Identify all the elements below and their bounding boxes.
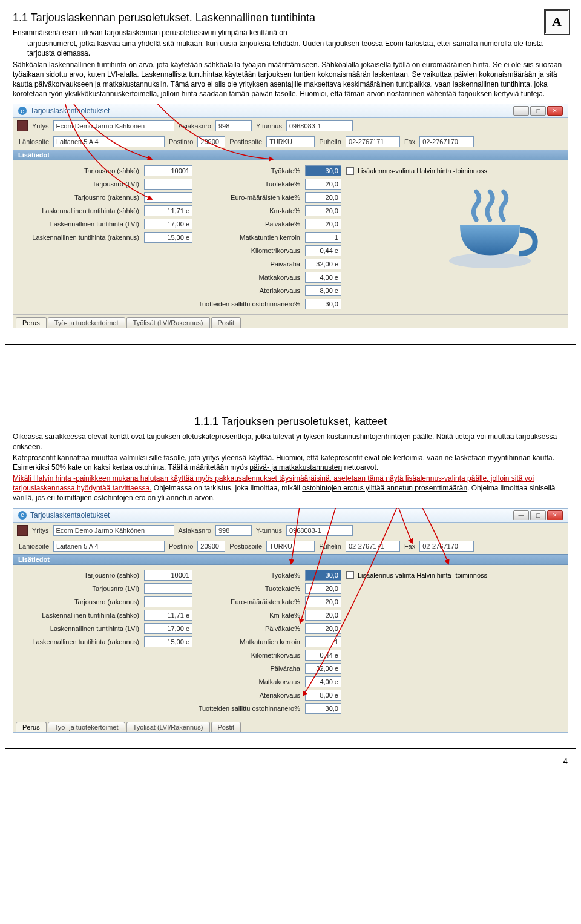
tab-perus[interactable]: Perus <box>16 317 47 328</box>
lahiosoite-input[interactable]: Laitanen 5 A 4 <box>53 136 165 147</box>
left-label: Laskennallinen tuntihinta (rakennus) <box>18 638 139 645</box>
postinro-input[interactable]: 20900 <box>197 541 225 552</box>
right-input[interactable]: 30,0 <box>305 299 341 309</box>
right-input[interactable]: 30,0 <box>305 570 341 581</box>
right-input[interactable]: 20,0 <box>305 610 341 621</box>
postinro-input[interactable]: 20900 <box>197 136 225 147</box>
yritys-input[interactable]: Ecom Demo Jarmo Kähkönen <box>53 120 174 131</box>
checkbox-icon[interactable] <box>346 571 354 579</box>
right-input[interactable]: 4,00 e <box>305 272 341 283</box>
right-input[interactable]: 30,0 <box>305 165 341 176</box>
app-titlebar: e Tarjouslaskentaoletukset — ▢ ✕ <box>13 508 568 522</box>
app-title-text: Tarjouslaskentaoletukset <box>30 511 110 520</box>
app-title-text: Tarjouslaskentaoletukset <box>30 107 110 115</box>
right-input[interactable]: 20,0 <box>305 583 341 594</box>
right-label: Tuotekate% <box>197 585 300 592</box>
left-input[interactable]: 11,71 e <box>144 205 192 216</box>
left-input[interactable] <box>144 583 192 594</box>
postiosoite-input[interactable]: TURKU <box>266 136 315 147</box>
right-input[interactable]: 32,00 e <box>305 259 341 269</box>
left-input[interactable]: 15,00 e <box>144 636 192 647</box>
right-input[interactable]: 20,0 <box>305 623 341 634</box>
minimize-button[interactable]: — <box>513 510 529 520</box>
tab-postit[interactable]: Postit <box>211 317 241 328</box>
right-input[interactable]: 1 <box>305 232 341 243</box>
right-input[interactable]: 20,0 <box>305 192 341 203</box>
minimize-button[interactable]: — <box>513 106 529 116</box>
tab-perus[interactable]: Perus <box>16 722 47 732</box>
close-button[interactable]: ✕ <box>547 510 563 520</box>
yritys-input[interactable]: Ecom Demo Jarmo Kähkönen <box>53 525 174 536</box>
asiakasnro-input[interactable]: 998 <box>215 120 252 131</box>
puhelin-input[interactable]: 02-2767171 <box>346 541 400 552</box>
left-input[interactable]: 17,00 e <box>144 623 192 634</box>
right-label: Matkatuntien kerroin <box>197 234 300 241</box>
right-label: Matkakorvaus <box>197 678 300 685</box>
right-input[interactable]: 32,00 e <box>305 663 341 674</box>
right-label: Päiväraha <box>197 665 300 672</box>
close-button[interactable]: ✕ <box>547 106 563 116</box>
tab-postit[interactable]: Postit <box>211 722 241 732</box>
right-input[interactable]: 0,44 e <box>305 650 341 661</box>
left-input[interactable]: 10001 <box>144 165 192 176</box>
right-input[interactable]: 20,0 <box>305 219 341 229</box>
right-label: Työkate% <box>197 572 300 579</box>
right-input[interactable]: 0,44 e <box>305 245 341 256</box>
left-label: Tarjousnro (rakennus) <box>18 598 139 606</box>
app-screenshot-1: e Tarjouslaskentaoletukset — ▢ ✕ Yritys … <box>13 104 568 328</box>
postiosoite-input[interactable]: TURKU <box>266 541 315 552</box>
fax-label: Fax <box>402 138 417 145</box>
checkbox-icon[interactable] <box>346 167 354 175</box>
tab-tyolisat[interactable]: Työlisät (LVI/Rakennus) <box>126 722 210 732</box>
right-input[interactable]: 20,0 <box>305 205 341 216</box>
right-label: Matkakorvaus <box>197 274 300 281</box>
puhelin-input[interactable]: 02-2767171 <box>346 136 400 147</box>
right-input[interactable]: 20,0 <box>305 596 341 607</box>
toolbar-square-icon[interactable] <box>17 525 28 536</box>
lahiosoite-input[interactable]: Laitanen 5 A 4 <box>53 541 165 552</box>
toolbar-square-icon[interactable] <box>17 120 28 131</box>
right-input[interactable]: 30,0 <box>305 703 341 714</box>
right-input[interactable]: 4,00 e <box>305 676 341 687</box>
postiosoite-label: Postiosoite <box>228 138 264 145</box>
left-input[interactable] <box>144 192 192 203</box>
right-input[interactable]: 1 <box>305 636 341 647</box>
tab-tyo[interactable]: Työ- ja tuotekertoimet <box>48 722 125 732</box>
s1-p2c: Huomioi, että tämän arvon nostaminen väh… <box>300 90 545 98</box>
badge-a-text: A <box>552 14 562 30</box>
right-input[interactable]: 8,00 e <box>305 285 341 296</box>
maximize-button[interactable]: ▢ <box>530 106 546 116</box>
left-input[interactable] <box>144 179 192 190</box>
yritys-label: Yritys <box>30 527 51 534</box>
left-input[interactable]: 17,00 e <box>144 219 192 229</box>
ytunnus-input[interactable]: 0968083-1 <box>286 120 353 131</box>
checkbox-row[interactable]: Lisäalennus-valinta Halvin hinta -toimin… <box>346 571 563 579</box>
checkbox-row[interactable]: Lisäalennus-valinta Halvin hinta -toimin… <box>346 167 563 175</box>
lahiosoite-label: Lähiosoite <box>17 138 51 145</box>
ytunnus-input[interactable]: 0968083-1 <box>286 525 353 536</box>
right-label: Km-kate% <box>197 207 300 214</box>
maximize-button[interactable]: ▢ <box>530 510 546 520</box>
app-icon: e <box>18 511 27 520</box>
s1-p1c: ylimpänä kenttänä on <box>216 28 287 37</box>
ytunnus-label: Y-tunnus <box>254 122 284 130</box>
coffee-cup-icon <box>432 182 553 279</box>
left-input[interactable]: 15,00 e <box>144 232 192 243</box>
left-input[interactable]: 10001 <box>144 570 192 581</box>
section1-body: Ensimmäisenä esiin tulevan tarjouslasken… <box>13 28 568 99</box>
left-label: Tarjousnro (LVI) <box>18 180 139 188</box>
tab-tyo[interactable]: Työ- ja tuotekertoimet <box>48 317 125 328</box>
left-input[interactable] <box>144 596 192 607</box>
asiakasnro-input[interactable]: 998 <box>215 525 252 536</box>
right-label: Päiväkate% <box>197 625 300 632</box>
fax-input[interactable]: 02-2767170 <box>419 541 474 552</box>
right-input[interactable]: 8,00 e <box>305 690 341 701</box>
left-input[interactable]: 11,71 e <box>144 610 192 621</box>
left-label: Laskennallinen tuntihinta (sähkö) <box>18 612 139 619</box>
tab-tyolisat[interactable]: Työlisät (LVI/Rakennus) <box>126 317 210 328</box>
fax-input[interactable]: 02-2767170 <box>419 136 474 147</box>
right-input[interactable]: 20,0 <box>305 179 341 190</box>
s2-p1a: Oikeassa sarakkeessa olevat kentät ovat … <box>13 432 182 441</box>
app-titlebar: e Tarjouslaskentaoletukset — ▢ ✕ <box>13 104 568 117</box>
form-grid: Tarjousnro (sähkö) 10001 Työkate% 30,0 L… <box>13 565 568 719</box>
